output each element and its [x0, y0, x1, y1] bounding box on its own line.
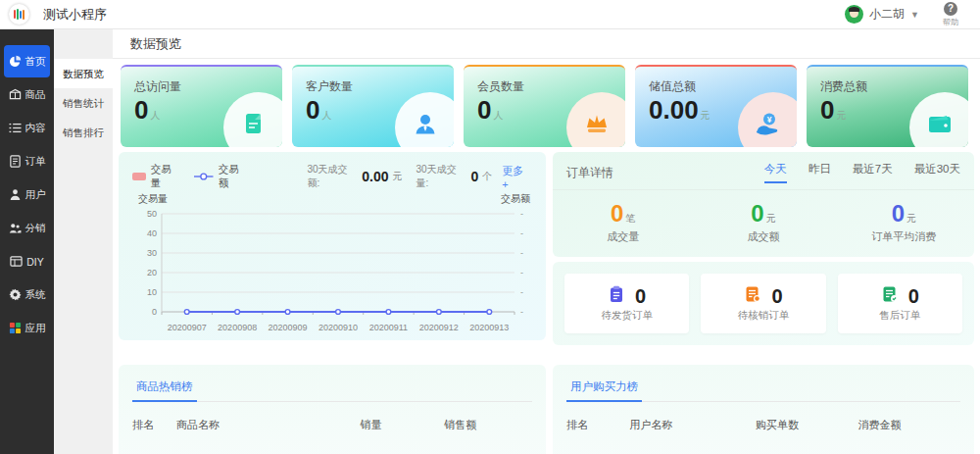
svg-text:20200909: 20200909 [269, 323, 308, 332]
pending-verify-orders-card[interactable]: 0 待核销订单 [701, 274, 825, 333]
stat-cards-row: 总访问量 0人 客户数量 0人 会员数量 0人 储值总额 0.00元 ¥ [113, 59, 980, 147]
status-value: 0 [908, 285, 919, 308]
sidebar-item-label: 应用 [25, 322, 46, 335]
svg-text:0: 0 [152, 307, 157, 317]
stat-card-stored-value: 储值总额 0.00元 ¥ [635, 65, 797, 147]
order-doc-icon [9, 155, 22, 168]
column-sales-amount: 销售额 [444, 418, 532, 432]
order-stat-label: 订单平均消费 [834, 229, 974, 244]
sidebar-item-apps[interactable]: 应用 [4, 312, 50, 344]
user-rank-panel: 用户购买力榜 排名 用户名称 购买单数 消费金额 [553, 365, 974, 454]
svg-text:20200911: 20200911 [369, 323, 408, 332]
svg-text:-: - [520, 287, 523, 297]
svg-text:20: 20 [147, 268, 157, 277]
clipboard-icon [608, 285, 625, 307]
sidebar-item-label: 订单 [25, 155, 46, 169]
status-label: 待发货订单 [601, 309, 653, 323]
summary-amount-value: 0.00 [362, 169, 388, 184]
order-stat-unit: 元 [766, 213, 776, 224]
tab-product-rank[interactable]: 商品热销榜 [132, 379, 197, 402]
column-consume-amount: 消费金额 [858, 418, 960, 432]
page-title: 数据预览 [113, 29, 980, 59]
tab-last-7-days[interactable]: 最近7天 [853, 162, 893, 183]
sidebar-item-home[interactable]: 首页 [4, 45, 50, 77]
svg-text:20200910: 20200910 [318, 323, 358, 332]
sidebar-item-users[interactable]: 用户 [4, 178, 50, 211]
sidebar-item-goods[interactable]: 商品 [4, 78, 50, 111]
primary-sidebar: 首页 商品 内容 订单 用户 分销 DIY [0, 29, 54, 454]
order-detail-panel: 订单详情 今天 昨日 最近7天 最近30天 0笔 成交量 0元 成交额 0元 订… [553, 152, 974, 257]
sidebar-item-system[interactable]: 系统 [4, 278, 50, 311]
pending-ship-orders-card[interactable]: 0 待发货订单 [564, 274, 689, 333]
svg-text:交易额: 交易额 [501, 193, 530, 204]
topbar: 测试小程序 小二胡 ▼ ? 帮助 [0, 0, 980, 29]
summary-count-label: 30天成交量: [416, 163, 467, 190]
trade-chart: 交易量交易额0-10-20-30-40-50-20200907202009082… [130, 192, 532, 339]
trade-summary: 30天成交额: 0.00 元 30天成交量: 0 个 [308, 163, 503, 190]
stat-card-unit: 元 [836, 110, 846, 121]
svg-text:20200908: 20200908 [218, 323, 257, 332]
verify-doc-icon [744, 285, 761, 307]
legend-trade-volume: 交易量 [132, 163, 180, 190]
stat-card-customers: 客户数量 0人 [292, 65, 454, 147]
column-product-name: 商品名称 [176, 418, 361, 432]
stat-card-members: 会员数量 0人 [464, 65, 625, 147]
question-icon: ? [944, 2, 957, 16]
logo-mark [17, 9, 19, 20]
svg-text:-: - [520, 307, 523, 317]
order-stat-label: 成交量 [553, 229, 693, 244]
stat-card-value: 0 [306, 95, 319, 125]
help-label: 帮助 [943, 17, 958, 27]
user-menu[interactable]: 小二胡 ▼ [835, 5, 929, 24]
sidebar-item-label: 系统 [25, 288, 46, 302]
stat-card-unit: 元 [701, 110, 710, 121]
tab-last-30-days[interactable]: 最近30天 [914, 162, 960, 183]
chevron-down-icon: ▼ [910, 10, 919, 20]
status-label: 售后订单 [879, 309, 920, 323]
legend-swatch-bar [132, 173, 146, 180]
tab-yesterday[interactable]: 昨日 [808, 162, 831, 183]
submenu-item-sales-stats[interactable]: 销售统计 [54, 88, 113, 118]
order-stat-value: 0 [751, 200, 763, 227]
tab-today[interactable]: 今天 [764, 162, 787, 183]
help-button[interactable]: ? 帮助 [929, 0, 972, 29]
tab-user-rank[interactable]: 用户购买力榜 [566, 379, 642, 402]
submenu-item-data-preview[interactable]: 数据预览 [54, 59, 113, 88]
legend-label: 交易额 [219, 163, 249, 190]
sidebar-item-label: 用户 [25, 188, 46, 202]
sidebar-item-orders[interactable]: 订单 [4, 145, 50, 177]
stat-card-unit: 人 [150, 110, 160, 121]
stat-card-unit: 人 [321, 110, 331, 121]
submenu-item-sales-rank[interactable]: 销售排行 [54, 118, 113, 147]
summary-amount-unit: 元 [393, 170, 403, 183]
svg-text:-: - [520, 248, 523, 258]
order-stat-unit: 笔 [625, 213, 635, 224]
logo-mark [20, 11, 22, 19]
diy-layout-icon [10, 255, 23, 268]
gear-icon [9, 288, 22, 301]
sidebar-item-distribution[interactable]: 分销 [4, 212, 50, 244]
more-link[interactable]: 更多 + [502, 164, 532, 190]
legend-swatch-line [194, 173, 213, 180]
content-list-icon [9, 122, 22, 134]
svg-text:¥: ¥ [767, 115, 772, 125]
order-stat-value: 0 [611, 200, 623, 227]
svg-text:20200912: 20200912 [419, 323, 459, 332]
sidebar-item-content[interactable]: 内容 [4, 112, 50, 144]
product-rank-header: 排名 商品名称 销量 销售额 [132, 418, 532, 432]
status-label: 待核销订单 [738, 309, 790, 323]
svg-text:20200907: 20200907 [168, 323, 207, 332]
aftersale-orders-card[interactable]: 0 售后订单 [838, 274, 962, 333]
sidebar-item-diy[interactable]: DIY [4, 245, 50, 277]
sidebar-item-label: 内容 [25, 122, 46, 135]
svg-text:-: - [520, 209, 523, 219]
stat-card-value: 0 [134, 95, 148, 125]
stat-card-value: 0 [477, 95, 491, 125]
summary-amount-label: 30天成交额: [308, 163, 359, 190]
summary-count-value: 0 [470, 169, 478, 184]
svg-text:-: - [520, 228, 523, 238]
logo-mark [14, 10, 16, 19]
pie-chart-icon [9, 55, 22, 68]
sidebar-item-label: 商品 [25, 88, 46, 102]
aftersale-doc-icon [881, 285, 899, 307]
